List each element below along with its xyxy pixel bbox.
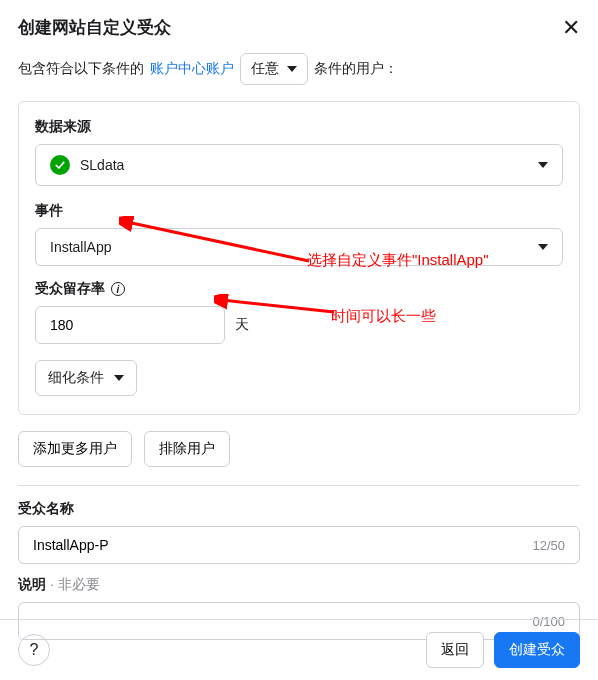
description-label-row: 说明 · 非必要 <box>0 576 598 602</box>
audience-name-label: 受众名称 <box>18 500 580 518</box>
chevron-down-icon <box>114 375 124 381</box>
refine-condition-button[interactable]: 细化条件 <box>35 360 137 396</box>
account-center-link[interactable]: 账户中心账户 <box>150 60 234 78</box>
filter-suffix: 条件的用户： <box>314 60 398 78</box>
footer: ? 返回 创建受众 <box>0 619 598 680</box>
close-icon: ✕ <box>562 15 580 40</box>
create-audience-button[interactable]: 创建受众 <box>494 632 580 668</box>
check-circle-icon <box>50 155 70 175</box>
retention-days-input[interactable] <box>35 306 225 344</box>
filter-row: 包含符合以下条件的账户中心账户 任意 条件的用户： <box>0 49 598 101</box>
help-icon: ? <box>30 641 39 659</box>
add-more-users-button[interactable]: 添加更多用户 <box>18 431 132 467</box>
data-source-value: SLdata <box>80 157 124 173</box>
retention-suffix: 天 <box>235 316 249 334</box>
description-label: 说明 <box>18 576 46 592</box>
retention-label-row: 受众留存率 i <box>35 280 563 298</box>
audience-name-count: 12/50 <box>532 538 565 553</box>
back-button[interactable]: 返回 <box>426 632 484 668</box>
event-dropdown[interactable]: InstallApp <box>35 228 563 266</box>
audience-name-input[interactable] <box>33 537 532 553</box>
chevron-down-icon <box>287 66 297 72</box>
user-action-row: 添加更多用户 排除用户 <box>0 415 598 467</box>
info-icon[interactable]: i <box>111 282 125 296</box>
chevron-down-icon <box>538 244 548 250</box>
chevron-down-icon <box>538 162 548 168</box>
event-label: 事件 <box>35 202 563 220</box>
retention-label: 受众留存率 <box>35 280 105 298</box>
divider <box>18 485 580 486</box>
help-button[interactable]: ? <box>18 634 50 666</box>
criteria-panel: 数据来源 SLdata 事件 InstallApp 受众留存率 i 天 细化条件… <box>18 101 580 415</box>
match-condition-value: 任意 <box>251 60 279 78</box>
event-value: InstallApp <box>50 239 111 255</box>
refine-label: 细化条件 <box>48 369 104 387</box>
match-condition-dropdown[interactable]: 任意 <box>240 53 308 85</box>
page-title: 创建网站自定义受众 <box>18 16 171 39</box>
audience-name-field[interactable]: 12/50 <box>18 526 580 564</box>
close-button[interactable]: ✕ <box>562 17 580 39</box>
data-source-dropdown[interactable]: SLdata <box>35 144 563 186</box>
source-label: 数据来源 <box>35 118 563 136</box>
exclude-users-button[interactable]: 排除用户 <box>144 431 230 467</box>
description-optional: · 非必要 <box>46 576 100 592</box>
filter-prefix: 包含符合以下条件的 <box>18 60 144 78</box>
